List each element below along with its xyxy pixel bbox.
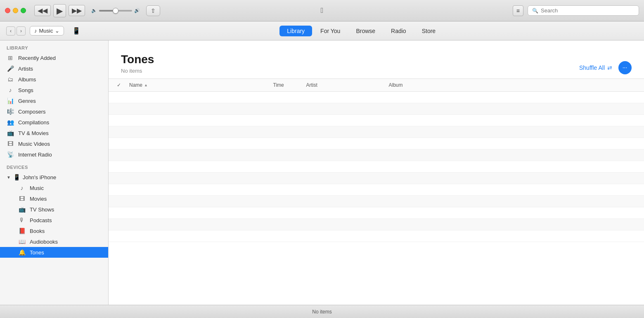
- tab-browse[interactable]: Browse: [348, 26, 383, 36]
- iphone-podcasts-label: Podcasts: [30, 217, 52, 223]
- table-row: [109, 115, 644, 126]
- genres-label: Genres: [18, 98, 36, 104]
- search-input[interactable]: [541, 7, 635, 14]
- iphone-books-label: Books: [30, 228, 45, 234]
- page-subtitle: No items: [121, 68, 154, 74]
- tv-movies-label: TV & Movies: [18, 130, 49, 136]
- table-row: [109, 126, 644, 138]
- playback-controls: ◀◀ ▶ ▶▶: [34, 4, 85, 17]
- chevron-down-icon: ⌄: [55, 28, 59, 34]
- iphone-movies-icon: 🎞: [18, 195, 26, 202]
- rewind-button[interactable]: ◀◀: [34, 5, 51, 16]
- th-check[interactable]: ✓: [117, 82, 129, 88]
- more-options-button[interactable]: ···: [618, 61, 632, 74]
- shuffle-label: Shuffle All: [579, 64, 605, 71]
- sidebar-item-albums[interactable]: 🗂 Albums: [0, 74, 108, 85]
- sidebar-item-iphone-podcasts[interactable]: 🎙 Podcasts: [0, 215, 108, 225]
- iphone-music-label: Music: [30, 185, 44, 191]
- sidebar-item-iphone-music[interactable]: ♪ Music: [0, 183, 108, 193]
- device-phone-icon: 📱: [13, 174, 20, 180]
- device-icon[interactable]: 📱: [72, 27, 80, 35]
- name-header-label: Name: [129, 82, 142, 88]
- sort-arrow-icon: ▲: [144, 83, 148, 87]
- volume-high-icon: 🔊: [134, 8, 140, 13]
- sidebar-item-internet-radio[interactable]: 📡 Internet Radio: [0, 149, 108, 160]
- back-button[interactable]: ‹: [6, 26, 15, 36]
- shuffle-all-button[interactable]: Shuffle All ⇄: [579, 64, 612, 71]
- sidebar-item-iphone-audiobooks[interactable]: 📖 Audiobooks: [0, 236, 108, 247]
- sidebar-item-compilations[interactable]: 👥 Compilations: [0, 117, 108, 128]
- play-button[interactable]: ▶: [53, 4, 66, 17]
- volume-low-icon: 🔈: [91, 8, 97, 13]
- apple-logo: : [321, 6, 324, 15]
- artists-icon: 🎤: [7, 65, 14, 72]
- iphone-audiobooks-icon: 📖: [18, 238, 26, 245]
- airplay-button[interactable]: ⇧: [146, 5, 160, 16]
- iphone-tones-icon: 🔔: [18, 249, 26, 256]
- sidebar-item-iphone-tones[interactable]: 🔔 Tones: [0, 247, 108, 258]
- table-row: [109, 173, 644, 184]
- internet-radio-icon: 📡: [7, 151, 14, 158]
- tab-library[interactable]: Library: [279, 26, 312, 36]
- fast-forward-button[interactable]: ▶▶: [69, 5, 85, 16]
- search-bar[interactable]: 🔍: [528, 5, 639, 16]
- sidebar-item-music-videos[interactable]: 🎞 Music Videos: [0, 138, 108, 149]
- volume-thumb[interactable]: [113, 8, 118, 14]
- sidebar-item-iphone-tvshows[interactable]: 📺 TV Shows: [0, 204, 108, 215]
- tv-movies-icon: 📺: [7, 130, 14, 136]
- devices-section-label: Devices: [0, 160, 108, 172]
- sidebar-item-composers[interactable]: 🎼 Composers: [0, 106, 108, 117]
- device-iphone-item[interactable]: ▼ 📱 John's iPhone: [0, 172, 108, 183]
- table-row: [109, 150, 644, 161]
- close-button[interactable]: [5, 8, 10, 13]
- songs-label: Songs: [18, 87, 33, 93]
- sidebar-item-tv-movies[interactable]: 📺 TV & Movies: [0, 128, 108, 138]
- forward-button[interactable]: ›: [17, 26, 26, 36]
- status-label: No items: [312, 309, 331, 315]
- volume-slider[interactable]: 🔈 🔊: [91, 8, 140, 13]
- iphone-music-icon: ♪: [18, 185, 26, 191]
- nav-tabs: Library For You Browse Radio Store: [279, 26, 443, 36]
- albums-label: Albums: [18, 76, 36, 83]
- sidebar-item-recently-added[interactable]: ⊞ Recently Added: [0, 52, 108, 63]
- table-row: [109, 103, 644, 115]
- music-note-icon: ♪: [34, 28, 37, 34]
- compilations-icon: 👥: [7, 119, 14, 126]
- library-selector[interactable]: ♪ Music ⌄: [30, 26, 64, 36]
- tab-for-you[interactable]: For You: [313, 26, 348, 36]
- traffic-lights: [5, 8, 26, 13]
- volume-track[interactable]: [99, 10, 132, 12]
- more-icon: ···: [623, 66, 627, 70]
- th-time[interactable]: Time: [273, 82, 306, 88]
- th-artist[interactable]: Artist: [306, 82, 389, 88]
- th-album[interactable]: Album: [389, 82, 492, 88]
- th-name[interactable]: Name ▲: [129, 82, 273, 88]
- music-videos-icon: 🎞: [7, 140, 14, 147]
- sidebar-item-artists[interactable]: 🎤 Artists: [0, 63, 108, 74]
- iphone-tones-label: Tones: [30, 249, 44, 256]
- sidebar-item-genres[interactable]: 📊 Genres: [0, 95, 108, 106]
- compilations-label: Compilations: [18, 119, 49, 126]
- table-row: [109, 92, 644, 103]
- menu-button[interactable]: ≡: [513, 5, 523, 16]
- device-name-label: John's iPhone: [23, 174, 56, 180]
- app-body: Library ⊞ Recently Added 🎤 Artists 🗂 Alb…: [0, 40, 644, 305]
- library-section-label: Library: [0, 40, 108, 52]
- maximize-button[interactable]: [21, 8, 26, 13]
- sidebar-item-iphone-movies[interactable]: 🎞 Movies: [0, 193, 108, 204]
- table-row: [109, 161, 644, 173]
- iphone-tvshows-label: TV Shows: [30, 206, 54, 213]
- minimize-button[interactable]: [13, 8, 18, 13]
- iphone-audiobooks-label: Audiobooks: [30, 239, 58, 245]
- tab-store[interactable]: Store: [414, 26, 443, 36]
- recently-added-label: Recently Added: [18, 55, 56, 61]
- sidebar-item-iphone-books[interactable]: 📕 Books: [0, 225, 108, 236]
- tab-radio[interactable]: Radio: [384, 26, 414, 36]
- sidebar-item-songs[interactable]: ♪ Songs: [0, 85, 108, 95]
- iphone-podcasts-icon: 🎙: [18, 217, 26, 223]
- table-row: [109, 230, 644, 242]
- iphone-books-icon: 📕: [18, 228, 26, 234]
- recently-added-icon: ⊞: [7, 55, 14, 61]
- iphone-tvshows-icon: 📺: [18, 206, 26, 213]
- genres-icon: 📊: [7, 97, 14, 104]
